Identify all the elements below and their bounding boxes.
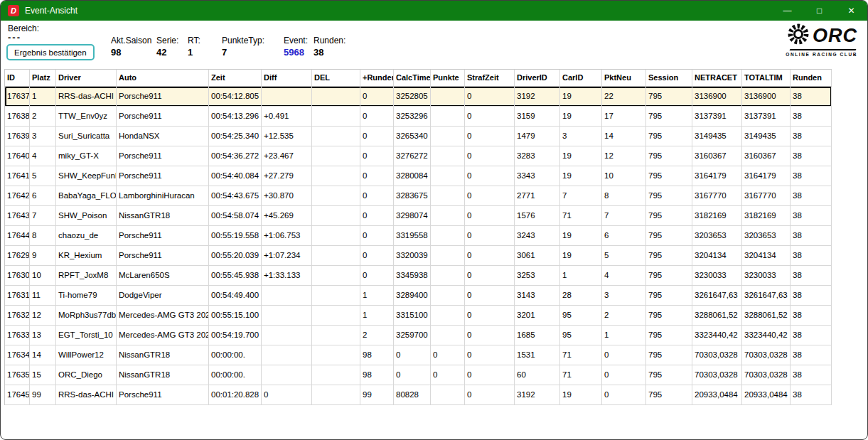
table-cell[interactable]: 0 [465,127,515,146]
table-cell[interactable]: TTW_Env0yz [56,107,117,127]
table-cell[interactable]: 0 [465,326,515,345]
table-cell[interactable]: +1:06.753 [262,226,312,246]
table-cell[interactable]: 38 [791,226,832,246]
table-cell[interactable]: 17634 [5,345,30,365]
table-cell[interactable]: 3182169 [742,206,791,226]
table-cell[interactable]: 0 [360,186,394,206]
table-cell[interactable]: 00:01:20.828 [209,385,262,405]
table-cell[interactable]: 99 [30,385,56,405]
table-cell[interactable]: 38 [791,246,832,266]
table-cell[interactable]: SHW_KeepFunk [56,166,117,186]
table-cell[interactable]: 00:54:12.805 [209,87,262,107]
table-cell[interactable]: ORC_Diego [56,365,117,385]
table-cell[interactable]: 38 [791,385,832,405]
table-cell[interactable]: 38 [791,146,832,166]
table-cell[interactable]: +1:07.234 [262,246,312,266]
table-cell[interactable]: miky_GT-X [56,146,117,166]
table-cell[interactable]: 19 [560,87,602,107]
table-cell[interactable]: 3276272 [394,146,431,166]
table-cell[interactable]: Porsche911 [117,166,209,186]
table-cell[interactable]: 3259700 [394,326,431,345]
table-cell[interactable]: 795 [646,87,692,107]
table-cell[interactable]: 38 [791,206,832,226]
table-cell[interactable] [431,186,465,206]
table-cell[interactable]: Porsche911 [117,87,209,107]
table-cell[interactable]: 3288061,52 [692,306,742,326]
table-cell[interactable] [431,266,465,286]
table-cell[interactable]: 0 [465,107,515,127]
table-row[interactable]: 176448chaozu_dePorsche91100:55:19.558+1:… [5,226,832,246]
table-cell[interactable]: 0 [360,266,394,286]
table-cell[interactable] [262,345,312,365]
table-cell[interactable]: 3192 [515,385,560,405]
table-cell[interactable]: EGT_Torsti_10 [56,326,117,345]
table-cell[interactable]: 3320039 [394,246,431,266]
table-cell[interactable]: 7 [602,206,646,226]
table-cell[interactable]: 17638 [5,107,30,127]
table-cell[interactable]: NissanGTR18 [117,206,209,226]
table-cell[interactable]: 17643 [5,206,30,226]
table-cell[interactable]: 3167770 [692,186,742,206]
table-cell[interactable]: 99 [360,385,394,405]
table-cell[interactable]: 3203653 [692,226,742,246]
table-cell[interactable] [312,286,360,306]
table-cell[interactable]: 10 [30,266,56,286]
table-cell[interactable]: 5 [602,246,646,266]
table-cell[interactable]: 17632 [5,306,30,326]
table-cell[interactable]: 3288061,52 [742,306,791,326]
table-cell[interactable]: 3160367 [742,146,791,166]
table-cell[interactable]: 3192 [515,87,560,107]
table-cell[interactable]: 4 [602,266,646,286]
table-cell[interactable]: 3230033 [692,266,742,286]
table-row[interactable]: 1763111Ti-home79DodgeViper00:54:49.40013… [5,286,832,306]
table-cell[interactable] [262,326,312,345]
table-cell[interactable]: 795 [646,266,692,286]
table-cell[interactable]: 0 [360,127,394,146]
table-cell[interactable]: 1576 [515,206,560,226]
table-row[interactable]: 1763313EGT_Torsti_10Mercedes-AMG GT3 202… [5,326,832,345]
table-cell[interactable]: 1685 [515,326,560,345]
table-cell[interactable]: 3298074 [394,206,431,226]
table-cell[interactable]: 795 [646,345,692,365]
table-cell[interactable] [431,326,465,345]
table-cell[interactable]: Mercedes-AMG GT3 2020 [117,306,209,326]
table-cell[interactable]: 3136900 [692,87,742,107]
table-cell[interactable]: 795 [646,326,692,345]
table-cell[interactable]: 38 [791,306,832,326]
table-cell[interactable]: 3136900 [742,87,791,107]
table-cell[interactable]: Porsche911 [117,385,209,405]
table-cell[interactable]: WillPower12 [56,345,117,365]
table-row[interactable]: 1763414WillPower12NissanGTR1800:00:00.98… [5,345,832,365]
table-cell[interactable]: 3143 [515,286,560,306]
table-cell[interactable]: 00:55:45.938 [209,266,262,286]
table-cell[interactable]: 98 [360,365,394,385]
table-cell[interactable]: 14 [602,127,646,146]
table-cell[interactable]: 1479 [515,127,560,146]
table-cell[interactable]: 70303,0328 [692,365,742,385]
table-cell[interactable]: 3289400 [394,286,431,306]
table-cell[interactable] [431,127,465,146]
table-cell[interactable] [312,146,360,166]
table-cell[interactable]: 795 [646,127,692,146]
table-row[interactable]: 176371RRS-das-ACHIPorsche91100:54:12.805… [5,87,832,107]
table-cell[interactable] [431,87,465,107]
table-cell[interactable]: 15 [30,365,56,385]
table-cell[interactable]: 17629 [5,246,30,266]
table-cell[interactable]: 00:54:19.700 [209,326,262,345]
table-row[interactable]: 176415SHW_KeepFunkPorsche91100:54:40.084… [5,166,832,186]
table-cell[interactable]: 3253296 [394,107,431,127]
table-cell[interactable]: Porsche911 [117,107,209,127]
table-cell[interactable]: 3 [602,286,646,306]
table-cell[interactable]: 19 [560,146,602,166]
table-cell[interactable] [431,306,465,326]
table-cell[interactable]: 0 [465,166,515,186]
table-cell[interactable]: 60 [515,365,560,385]
table-cell[interactable]: 7 [560,186,602,206]
table-cell[interactable]: 17639 [5,127,30,146]
table-cell[interactable]: 20933,0484 [742,385,791,405]
table-cell[interactable]: 00:54:49.400 [209,286,262,306]
minimize-icon[interactable]: — [771,1,803,21]
table-cell[interactable]: 3319558 [394,226,431,246]
table-cell[interactable]: 3261647,63 [742,286,791,306]
table-cell[interactable]: 3252805 [394,87,431,107]
